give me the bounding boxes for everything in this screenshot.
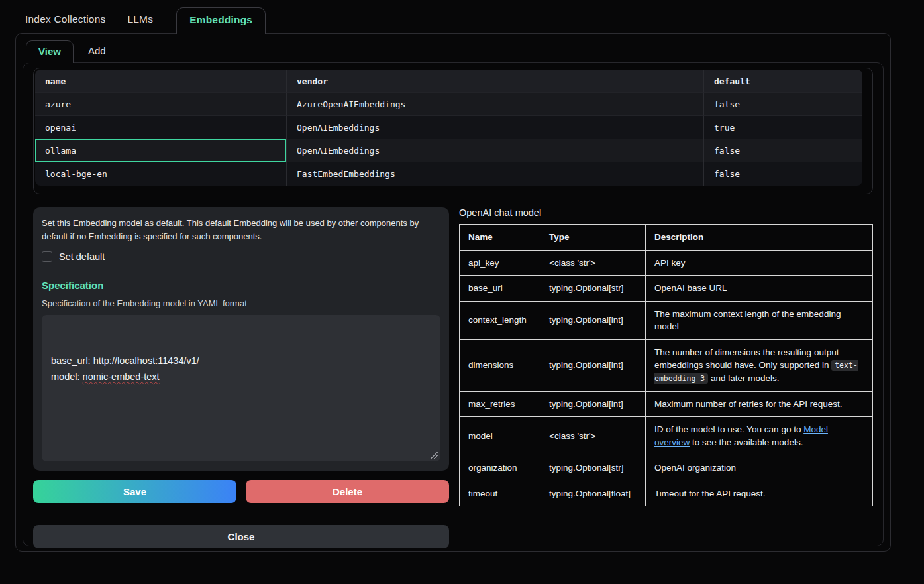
embeddings-table-header: name vendor default	[35, 70, 862, 93]
delete-button[interactable]: Delete	[246, 480, 449, 503]
yaml-spec-textarea[interactable]: base_url: http://localhost:11434/v1/mode…	[42, 315, 440, 461]
model-overview-link[interactable]: Model overview	[654, 424, 828, 447]
schema-cell-type: <class 'str'>	[540, 417, 646, 455]
column-header-default: default	[704, 70, 862, 93]
cell-vendor[interactable]: AzureOpenAIEmbeddings	[287, 93, 704, 116]
schema-cell-description: ID of the model to use. You can go to Mo…	[646, 417, 873, 455]
default-settings-panel: Set this Embedding model as default. Thi…	[33, 207, 449, 471]
tab-embeddings[interactable]: Embeddings	[176, 7, 266, 34]
column-header-vendor: vendor	[287, 70, 704, 93]
main-tab-bar: Index Collections LLMs Embeddings	[0, 0, 924, 33]
schema-cell-type: <class 'str'>	[540, 250, 646, 276]
schema-row-max_retries: max_retriestyping.Optional[int]Maximum n…	[460, 391, 873, 417]
cell-name[interactable]: ollama	[35, 139, 287, 162]
cell-name[interactable]: local-bge-en	[35, 162, 287, 186]
checkbox-icon[interactable]	[42, 251, 52, 262]
schema-row-context_length: context_lengthtyping.Optional[int]The ma…	[460, 301, 873, 339]
schema-cell-description: The maximum context length of the embedd…	[646, 301, 873, 339]
cell-default[interactable]: false	[704, 93, 862, 116]
cell-name[interactable]: azure	[35, 93, 287, 116]
embeddings-row-azure[interactable]: azureAzureOpenAIEmbeddingsfalse	[35, 93, 862, 116]
schema-cell-type: typing.Optional[float]	[540, 481, 646, 506]
detail-area: Set this Embedding model as default. Thi…	[23, 194, 883, 548]
misspelled-word: nomic-embed-text	[83, 371, 160, 382]
cell-vendor[interactable]: OpenAIEmbeddings	[287, 139, 704, 162]
embeddings-row-ollama[interactable]: ollamaOpenAIEmbeddingsfalse	[35, 139, 862, 162]
save-button[interactable]: Save	[33, 480, 236, 503]
tab-llms[interactable]: LLMs	[127, 7, 153, 33]
subtab-add[interactable]: Add	[88, 40, 106, 62]
schema-header-description: Description	[646, 225, 873, 251]
schema-row-organization: organizationtyping.Optional[str]OpenAI o…	[460, 455, 873, 481]
set-default-checkbox-row[interactable]: Set default	[42, 251, 440, 262]
schema-cell-type: typing.Optional[int]	[540, 391, 646, 417]
schema-row-timeout: timeouttyping.Optional[float]Timeout for…	[460, 481, 873, 506]
schema-row-model: model<class 'str'>ID of the model to use…	[460, 417, 873, 455]
schema-cell-type: typing.Optional[int]	[540, 301, 646, 339]
cell-vendor[interactable]: OpenAIEmbeddings	[287, 116, 704, 139]
embeddings-table-container: name vendor default azureAzureOpenAIEmbe…	[33, 68, 873, 194]
cell-vendor[interactable]: FastEmbedEmbeddings	[287, 162, 704, 186]
schema-title: OpenAI chat model	[459, 207, 873, 218]
schema-cell-name: timeout	[460, 481, 540, 506]
yaml-line: base_url: http://localhost:11434/v1/	[51, 353, 431, 369]
specification-heading: Specification	[42, 280, 440, 291]
embeddings-table: name vendor default azureAzureOpenAIEmbe…	[35, 70, 862, 186]
view-tab-content: name vendor default azureAzureOpenAIEmbe…	[23, 62, 884, 546]
schema-row-dimensions: dimensionstyping.Optional[int]The number…	[460, 339, 873, 391]
schema-cell-description: Maximum number of retries for the API re…	[646, 391, 873, 417]
resize-handle-icon[interactable]	[431, 452, 438, 459]
schema-table-header: Name Type Description	[460, 225, 873, 251]
schema-column: OpenAI chat model Name Type Description …	[459, 207, 873, 548]
schema-cell-type: typing.Optional[str]	[540, 455, 646, 481]
schema-cell-type: typing.Optional[str]	[540, 276, 646, 302]
schema-cell-description: The number of dimensions the resulting o…	[646, 339, 873, 391]
set-default-label: Set default	[59, 251, 105, 262]
subtab-view[interactable]: View	[26, 40, 74, 63]
schema-row-base_url: base_urltyping.Optional[str]OpenAI base …	[460, 276, 873, 302]
inline-code: text-embedding-3	[654, 360, 858, 384]
column-header-name: name	[35, 70, 287, 93]
schema-row-api_key: api_key<class 'str'>API key	[460, 250, 873, 276]
schema-cell-description: Timeout for the API request.	[646, 481, 873, 506]
sub-tab-bar: View Add	[16, 34, 890, 62]
schema-cell-name: organization	[460, 455, 540, 481]
cell-default[interactable]: false	[704, 162, 862, 186]
tab-index-collections[interactable]: Index Collections	[25, 7, 105, 33]
action-button-row: Save Delete	[33, 480, 449, 503]
schema-cell-name: api_key	[460, 250, 540, 276]
yaml-line: model: nomic-embed-text	[51, 369, 431, 384]
schema-cell-description: OpenAI organization	[646, 455, 873, 481]
cell-default[interactable]: false	[704, 139, 862, 162]
set-default-description: Set this Embedding model as default. Thi…	[42, 217, 440, 243]
specification-sublabel: Specification of the Embedding model in …	[42, 298, 440, 308]
schema-cell-name: dimensions	[460, 339, 540, 391]
cell-default[interactable]: true	[704, 116, 862, 139]
embeddings-panel: View Add name vendor default azureAzureO…	[15, 33, 891, 552]
schema-cell-description: API key	[646, 250, 873, 276]
close-button[interactable]: Close	[33, 525, 449, 548]
schema-header-type: Type	[540, 225, 646, 251]
schema-cell-name: context_length	[460, 301, 540, 339]
cell-name[interactable]: openai	[35, 116, 287, 139]
edit-column: Set this Embedding model as default. Thi…	[33, 207, 449, 548]
embeddings-row-openai[interactable]: openaiOpenAIEmbeddingstrue	[35, 116, 862, 139]
embeddings-row-local-bge-en[interactable]: local-bge-enFastEmbedEmbeddingsfalse	[35, 162, 862, 186]
schema-cell-name: max_retries	[460, 391, 540, 417]
schema-cell-name: model	[460, 417, 540, 455]
schema-header-name: Name	[460, 225, 540, 251]
schema-cell-type: typing.Optional[int]	[540, 339, 646, 391]
schema-cell-name: base_url	[460, 276, 540, 302]
schema-cell-description: OpenAI base URL	[646, 276, 873, 302]
schema-table: Name Type Description api_key<class 'str…	[459, 224, 873, 506]
